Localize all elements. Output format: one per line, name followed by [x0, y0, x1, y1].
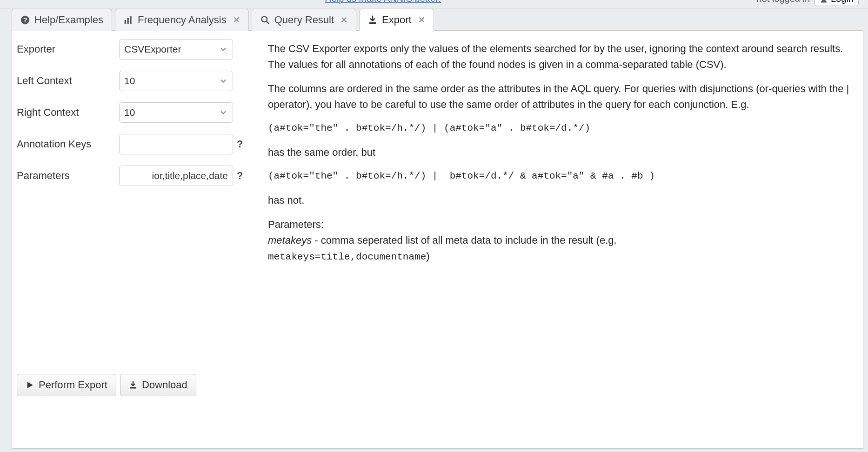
- parameters-input[interactable]: [124, 166, 228, 186]
- help-paragraph-1: The CSV Exporter exports only the values…: [268, 41, 854, 73]
- page: ? Help/Examples Frequency Analysis ✕ Que…: [0, 8, 868, 452]
- close-icon[interactable]: ✕: [418, 15, 425, 25]
- close-icon[interactable]: ✕: [233, 15, 240, 25]
- form-row-right-context: Right Context 10: [17, 102, 249, 123]
- svg-rect-3: [125, 20, 126, 24]
- play-icon: [26, 381, 34, 389]
- export-form: Exporter CSVExporter Left Context 10: [17, 39, 249, 439]
- tab-content: Exporter CSVExporter Left Context 10: [12, 30, 863, 449]
- left-context-value: 10: [124, 75, 219, 86]
- login-button[interactable]: Login: [815, 0, 859, 6]
- download-icon: [368, 15, 377, 25]
- tab-help-examples[interactable]: ? Help/Examples: [12, 9, 112, 31]
- right-context-label: Right Context: [17, 106, 119, 119]
- annotation-keys-input[interactable]: [124, 134, 228, 154]
- svg-rect-5: [130, 16, 131, 24]
- metakeys-term: metakeys: [268, 234, 312, 246]
- perform-export-button[interactable]: Perform Export: [17, 374, 116, 396]
- download-icon: [129, 381, 137, 389]
- tab-export[interactable]: Export ✕: [359, 9, 434, 31]
- chevron-down-icon: [219, 45, 228, 54]
- parameters-input-wrap: [119, 166, 233, 186]
- close-icon[interactable]: ✕: [341, 15, 347, 25]
- topbar: Help us make ANNIS better! not logged in…: [0, 0, 868, 8]
- action-buttons: Perform Export Download: [17, 374, 249, 396]
- help-icon[interactable]: ?: [237, 170, 243, 182]
- right-context-value: 10: [124, 107, 219, 118]
- svg-rect-8: [369, 22, 376, 24]
- login-button-label: Login: [831, 0, 854, 4]
- help-paragraph-5: Parameters: metakeys - comma seperated l…: [268, 217, 854, 265]
- tab-frequency-analysis[interactable]: Frequency Analysis ✕: [115, 9, 249, 31]
- perform-export-label: Perform Export: [39, 379, 107, 391]
- svg-point-6: [261, 17, 267, 22]
- params-heading: Parameters:: [268, 219, 324, 230]
- metakeys-desc: - comma seperated list of all meta data …: [312, 234, 616, 246]
- svg-line-7: [266, 21, 269, 24]
- question-circle-icon: ?: [20, 15, 30, 25]
- form-row-exporter: Exporter CSVExporter: [17, 39, 249, 60]
- left-context-select[interactable]: 10: [119, 71, 233, 91]
- help-paragraph-2: The columns are ordered in the same orde…: [268, 81, 854, 113]
- bar-chart-icon: [124, 15, 133, 25]
- exporter-value: CSVExporter: [124, 44, 219, 55]
- help-icon[interactable]: ?: [237, 138, 243, 150]
- left-context-label: Left Context: [17, 75, 119, 87]
- annotation-keys-input-wrap: [119, 134, 233, 154]
- chevron-down-icon: [219, 76, 228, 86]
- annotation-keys-label: Annotation Keys: [17, 138, 119, 150]
- topbar-right: not logged in Login: [757, 0, 859, 6]
- svg-text:?: ?: [23, 16, 27, 24]
- exporter-label: Exporter: [17, 43, 119, 55]
- tab-label: Export: [382, 14, 412, 26]
- metakeys-example: metakeys=title,documentname: [268, 252, 426, 262]
- form-row-annotation-keys: Annotation Keys ?: [17, 134, 249, 154]
- code-example-2: (a#tok="the" . b#tok=/h.*/) | b#tok=/d.*…: [268, 169, 854, 184]
- tab-label: Frequency Analysis: [138, 14, 227, 26]
- form-row-left-context: Left Context 10: [17, 71, 249, 91]
- help-paragraph-4: has not.: [268, 193, 854, 208]
- help-paragraph-3: has the same order, but: [268, 145, 854, 160]
- download-label: Download: [142, 379, 187, 391]
- code-example-1: (a#tok="the" . b#tok=/h.*/) | (a#tok="a"…: [268, 121, 854, 136]
- user-icon: [820, 0, 828, 3]
- search-icon: [260, 15, 270, 25]
- feedback-link[interactable]: Help us make ANNIS better!: [325, 0, 441, 4]
- help-text: The CSV Exporter exports only the values…: [268, 39, 854, 439]
- metakeys-close: ): [426, 250, 429, 262]
- tab-label: Help/Examples: [34, 14, 103, 26]
- svg-rect-4: [127, 18, 128, 24]
- svg-marker-9: [27, 382, 33, 388]
- svg-rect-10: [130, 387, 136, 389]
- exporter-select[interactable]: CSVExporter: [119, 39, 233, 60]
- tab-label: Query Result: [274, 14, 334, 26]
- chevron-down-icon: [219, 108, 228, 117]
- download-button[interactable]: Download: [120, 374, 196, 396]
- tab-query-result[interactable]: Query Result ✕: [252, 9, 356, 31]
- right-context-select[interactable]: 10: [119, 102, 233, 123]
- form-row-parameters: Parameters ?: [17, 166, 249, 186]
- login-status: not logged in: [757, 0, 810, 4]
- tab-bar: ? Help/Examples Frequency Analysis ✕ Que…: [12, 9, 863, 31]
- parameters-label: Parameters: [17, 170, 119, 182]
